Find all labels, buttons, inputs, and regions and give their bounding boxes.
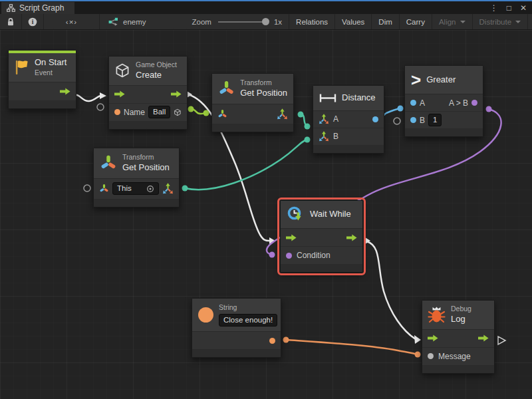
node-footer bbox=[281, 265, 362, 272]
condition-input-port[interactable] bbox=[286, 253, 292, 259]
lock-button[interactable] bbox=[0, 14, 22, 29]
preview-code-button[interactable]: ‹×› bbox=[44, 14, 100, 29]
window-menu-icon[interactable]: ⋮ bbox=[490, 3, 498, 13]
name-input-port[interactable] bbox=[114, 109, 120, 115]
node-title: Get Position bbox=[122, 162, 170, 174]
result-label: A > B bbox=[449, 98, 468, 108]
overview-button[interactable]: Overview bbox=[528, 14, 532, 29]
node-footer bbox=[192, 350, 281, 357]
port-label: B bbox=[420, 116, 425, 125]
node-wait-while[interactable]: Wait While Condition bbox=[280, 200, 363, 273]
flow-output-port[interactable] bbox=[346, 234, 357, 241]
transform-input-port[interactable] bbox=[99, 184, 109, 194]
target-field[interactable]: This bbox=[112, 182, 159, 196]
transform-input-port[interactable] bbox=[217, 109, 227, 119]
node-footer bbox=[422, 366, 494, 373]
script-graph-icon bbox=[7, 4, 15, 12]
align-dropdown[interactable]: Align bbox=[432, 14, 473, 29]
wire-waitwhile-to-log[interactable] bbox=[365, 237, 421, 344]
node-create[interactable]: Game Object Create Name Ball bbox=[108, 56, 188, 130]
flow-input-port[interactable] bbox=[114, 90, 125, 98]
chevron-down-icon bbox=[515, 21, 521, 23]
distribute-dropdown[interactable]: Distribute bbox=[473, 14, 529, 29]
distance-output-port[interactable] bbox=[372, 116, 378, 122]
node-footer bbox=[94, 200, 179, 207]
close-icon[interactable]: ✕ bbox=[520, 3, 527, 13]
graph-breadcrumb[interactable]: enemy bbox=[100, 14, 152, 29]
graph-node-icon bbox=[108, 17, 119, 27]
values-button[interactable]: Values bbox=[335, 14, 372, 29]
node-get-position-self[interactable]: Transform Get Position This bbox=[93, 148, 180, 207]
node-subtitle: Event bbox=[35, 68, 66, 78]
port-label: Message bbox=[438, 352, 471, 361]
string-output-port[interactable] bbox=[269, 338, 275, 344]
node-footer bbox=[313, 146, 384, 153]
flow-output-port[interactable] bbox=[60, 88, 70, 95]
greater-than-icon: > bbox=[411, 72, 421, 88]
port-label: B bbox=[333, 132, 338, 141]
position-output-port[interactable] bbox=[162, 183, 174, 194]
object-picker-icon[interactable] bbox=[174, 108, 182, 117]
wire-string-to-message[interactable] bbox=[283, 337, 421, 358]
zoom-label: Zoom bbox=[192, 18, 211, 26]
target-picker-icon[interactable] bbox=[146, 185, 154, 193]
name-value-field[interactable]: Ball bbox=[148, 106, 170, 119]
lock-icon bbox=[6, 17, 15, 27]
window-titlebar: Script Graph ⋮ □ ✕ bbox=[0, 0, 532, 14]
node-on-start[interactable]: On Start Event bbox=[8, 50, 76, 109]
target-value: This bbox=[117, 184, 132, 194]
node-footer bbox=[9, 101, 76, 108]
relations-button[interactable]: Relations bbox=[289, 14, 335, 29]
node-distance[interactable]: Distance A B bbox=[313, 85, 384, 154]
wire-getposition-to-distance-b[interactable] bbox=[182, 137, 311, 192]
unconnected-port-indicator bbox=[97, 104, 104, 110]
vector-b-input-port[interactable] bbox=[319, 131, 329, 142]
tab-script-graph[interactable]: Script Graph bbox=[1, 2, 74, 14]
node-category: Debug bbox=[451, 305, 471, 314]
node-category: Game Object bbox=[136, 61, 177, 70]
node-get-position-enemy[interactable]: Transform Get Position bbox=[211, 73, 294, 132]
vector-a-input-port[interactable] bbox=[319, 114, 329, 124]
flow-output-port[interactable] bbox=[171, 90, 182, 98]
position-output-port[interactable] bbox=[277, 108, 288, 120]
node-string-literal[interactable]: String Close enough! bbox=[192, 298, 281, 358]
node-debug-log[interactable]: Debug Log Message bbox=[422, 300, 495, 374]
message-input-port[interactable] bbox=[428, 353, 434, 359]
maximize-icon[interactable]: □ bbox=[507, 3, 511, 13]
b-value-field[interactable]: 1 bbox=[428, 114, 442, 127]
node-title: On Start bbox=[35, 57, 66, 68]
a-input-port[interactable] bbox=[410, 100, 416, 106]
wire-getposition-to-distance-a[interactable] bbox=[298, 112, 311, 130]
inspect-button[interactable]: i bbox=[22, 14, 44, 29]
bug-icon bbox=[428, 305, 446, 324]
graph-toolbar: i ‹×› enemy Zoom 1x Relations Values Dim… bbox=[0, 14, 532, 30]
string-icon bbox=[198, 307, 213, 323]
wire-onstart-to-create[interactable] bbox=[72, 92, 106, 101]
info-icon: i bbox=[28, 17, 37, 27]
node-greater[interactable]: > Greater A A > B B 1 bbox=[404, 65, 483, 137]
dim-button[interactable]: Dim bbox=[372, 14, 399, 29]
result-output-port[interactable] bbox=[471, 100, 477, 106]
zoom-control: Zoom 1x bbox=[152, 14, 290, 29]
node-title: Greater bbox=[426, 74, 456, 86]
code-toggle-icon: ‹×› bbox=[66, 18, 77, 26]
zoom-slider[interactable] bbox=[218, 21, 267, 23]
node-title: Wait While bbox=[310, 209, 351, 220]
node-category: Transform bbox=[122, 153, 170, 162]
string-value-field[interactable]: Close enough! bbox=[219, 314, 277, 327]
carry-button[interactable]: Carry bbox=[400, 14, 432, 29]
zoom-slider-handle[interactable] bbox=[262, 18, 269, 25]
flag-icon bbox=[14, 59, 29, 76]
game-object-cube-icon bbox=[114, 63, 130, 78]
flow-input-port[interactable] bbox=[286, 234, 297, 241]
unconnected-port-indicator bbox=[394, 118, 400, 124]
flow-output-port[interactable] bbox=[478, 334, 489, 342]
b-input-port[interactable] bbox=[410, 117, 416, 123]
flow-input-port[interactable] bbox=[428, 334, 438, 342]
zoom-level: 1x bbox=[274, 18, 282, 26]
graph-canvas[interactable]: On Start Event Game Object Create Name bbox=[0, 30, 532, 399]
node-category: Transform bbox=[240, 78, 287, 88]
unconnected-port-indicator bbox=[84, 185, 90, 192]
node-footer bbox=[405, 129, 483, 136]
distance-icon bbox=[319, 93, 336, 103]
